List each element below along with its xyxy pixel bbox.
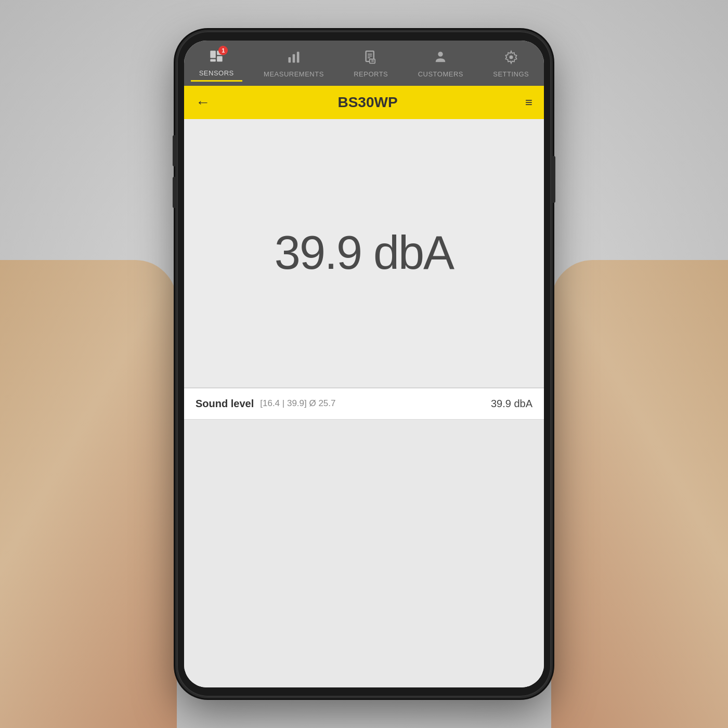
nav-item-customers[interactable]: CUSTOMERS	[410, 47, 472, 81]
svg-rect-4	[288, 57, 291, 63]
reading-display: 39.9 dbA	[184, 119, 544, 388]
phone-screen: 1 SENSORS MEASUREMENTS	[184, 41, 544, 687]
hand-left	[0, 260, 177, 728]
sound-level-left: Sound level [16.4 | 39.9] Ø 25.7	[196, 398, 336, 410]
page-header: ← BS30WP ≡	[184, 86, 544, 119]
sound-level-label: Sound level	[196, 398, 254, 410]
power-button[interactable]	[552, 156, 555, 203]
volume-up-button[interactable]	[173, 135, 176, 166]
measurements-label: MEASUREMENTS	[264, 70, 324, 78]
svg-point-14	[438, 51, 443, 56]
nav-item-settings[interactable]: SETTINGS	[485, 47, 537, 81]
volume-down-button[interactable]	[173, 177, 176, 208]
sound-level-range: [16.4 | 39.9] Ø 25.7	[260, 398, 335, 409]
phone-shell: 1 SENSORS MEASUREMENTS	[177, 31, 551, 697]
menu-button[interactable]: ≡	[525, 95, 532, 110]
svg-rect-6	[297, 51, 300, 62]
nav-bar: 1 SENSORS MEASUREMENTS	[184, 41, 544, 86]
sensors-icon: 1	[209, 49, 224, 67]
measurements-icon	[287, 50, 301, 68]
customers-icon	[433, 50, 448, 68]
svg-rect-3	[217, 56, 223, 62]
svg-rect-0	[211, 51, 216, 58]
hand-right	[551, 260, 728, 728]
svg-rect-5	[293, 54, 295, 62]
settings-label: SETTINGS	[493, 70, 529, 78]
nav-item-sensors[interactable]: 1 SENSORS	[191, 46, 242, 82]
reading-value: 39.9 dbA	[275, 226, 453, 280]
nav-item-measurements[interactable]: MEASUREMENTS	[255, 47, 332, 81]
svg-point-15	[509, 55, 513, 59]
reports-label: REPORTS	[354, 70, 388, 78]
page-title: BS30WP	[337, 94, 397, 111]
customers-label: CUSTOMERS	[418, 70, 463, 78]
sound-level-value: 39.9 dbA	[491, 398, 532, 410]
sensors-badge: 1	[218, 46, 228, 55]
settings-icon	[504, 50, 518, 68]
sound-level-row[interactable]: Sound level [16.4 | 39.9] Ø 25.7 39.9 db…	[184, 388, 544, 420]
back-button[interactable]: ←	[196, 94, 210, 111]
svg-rect-2	[211, 59, 216, 62]
nav-item-reports[interactable]: REPORTS	[345, 47, 396, 81]
content-area: 39.9 dbA Sound level [16.4 | 39.9] Ø 25.…	[184, 119, 544, 687]
reports-icon	[363, 50, 378, 68]
sensors-label: SENSORS	[199, 69, 234, 77]
bottom-area	[184, 420, 544, 688]
